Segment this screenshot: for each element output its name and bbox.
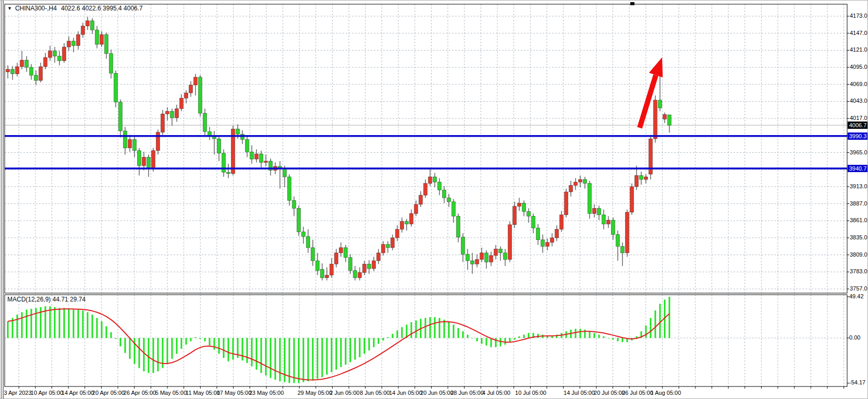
object-anchor-marker[interactable]: [630, 2, 634, 5]
symbol-period-label: CHINA300-,H4: [15, 5, 57, 12]
macd-histogram-bar: [129, 338, 131, 359]
candle-body: [119, 102, 123, 131]
macd-histogram-bar: [134, 338, 136, 364]
candle-body: [602, 215, 606, 224]
macd-histogram-bar: [181, 338, 182, 349]
candle-body: [236, 129, 240, 134]
macd-histogram-bar: [603, 336, 605, 338]
candle-body: [414, 204, 418, 214]
candle-body: [499, 249, 503, 253]
candle-body: [569, 185, 573, 192]
macd-histogram-bar: [401, 327, 403, 338]
chart-title: ▼CHINA300-,H44022.6 4022.6 3995.4 4006.7: [7, 5, 143, 12]
candle-body: [72, 41, 76, 46]
macd-histogram-bar: [613, 338, 614, 340]
candle-body: [593, 208, 596, 213]
candle-body: [583, 179, 587, 184]
macd-histogram-bar: [645, 325, 647, 338]
macd-histogram-bar: [467, 335, 469, 338]
candle-body: [616, 235, 620, 247]
candle-body: [255, 154, 259, 159]
macd-histogram-bar: [139, 338, 140, 368]
macd-histogram-bar: [275, 338, 276, 380]
macd-histogram-bar: [233, 338, 234, 360]
macd-histogram-bar: [364, 338, 365, 354]
candle-body: [386, 245, 390, 248]
chart-canvas[interactable]: [1, 1, 868, 399]
macd-histogram-bar: [96, 318, 98, 338]
candle-body: [128, 139, 132, 148]
candle-body: [527, 212, 531, 216]
candle-body: [447, 198, 451, 202]
candle-body: [504, 253, 507, 260]
candle-body: [227, 172, 230, 174]
macd-histogram-bar: [481, 338, 483, 344]
macd-histogram-bar: [247, 338, 248, 363]
macd-histogram-bar: [622, 338, 624, 342]
macd-histogram-bar: [228, 338, 229, 361]
candle-body: [443, 190, 446, 198]
candle-body: [53, 51, 57, 56]
level-price-tag-2[interactable]: 3940.7: [848, 165, 868, 172]
candle-body: [203, 113, 207, 131]
candle-body: [551, 238, 554, 243]
level-price-tag-1[interactable]: 3990.3: [848, 132, 868, 140]
macd-histogram-bar: [78, 310, 79, 338]
candle-body: [597, 208, 601, 215]
candle-body: [170, 111, 174, 118]
ohlc-values-label: 4022.6 4022.6 3995.4 4006.7: [61, 5, 143, 12]
macd-signal-line: [8, 309, 669, 380]
candle-body: [475, 259, 479, 264]
macd-axis-zero: 0.00: [849, 334, 860, 341]
macd-histogram-bar: [143, 338, 145, 371]
candle-body: [588, 184, 592, 214]
macd-histogram-bar: [204, 338, 206, 341]
candle-body: [565, 192, 568, 215]
candle-body: [532, 216, 535, 228]
candle-body: [410, 213, 413, 224]
macd-histogram-bar: [157, 338, 159, 371]
candle-body: [100, 34, 104, 44]
candle-body: [377, 253, 381, 261]
macd-histogram-bar: [434, 317, 436, 338]
candle-body: [39, 67, 43, 80]
candle-body: [311, 248, 315, 261]
macd-histogram-bar: [453, 324, 455, 338]
macd-histogram-bar: [598, 335, 600, 338]
price-axis-label: 3913.0: [850, 183, 867, 189]
macd-histogram-bar: [200, 338, 201, 339]
candle-body: [58, 56, 62, 61]
candle-body: [25, 60, 29, 67]
candle-body: [109, 54, 113, 74]
macd-histogram-bar: [500, 338, 502, 346]
candle-body: [67, 41, 71, 47]
time-axis-label: 10 Jul 05:00: [510, 390, 552, 396]
macd-histogram-bar: [322, 338, 323, 377]
candle-body: [44, 57, 47, 67]
macd-histogram-bar: [519, 336, 520, 338]
candle-body: [288, 177, 291, 200]
macd-histogram-bar: [172, 338, 173, 359]
candle-body: [325, 275, 329, 278]
candle-body: [321, 269, 324, 277]
candle-body: [297, 208, 301, 232]
macd-histogram-bar: [35, 308, 37, 338]
macd-histogram-bar: [298, 338, 300, 383]
candle-body: [349, 258, 352, 271]
macd-indicator-label: MACD(12,26,9) 44.71 29.74: [7, 296, 85, 303]
candle-body: [668, 115, 671, 125]
macd-histogram-bar: [195, 337, 197, 338]
macd-histogram-bar: [392, 334, 394, 338]
macd-values: 44.71 29.74: [53, 296, 85, 303]
candle-body: [147, 157, 151, 167]
candle-body: [156, 132, 160, 151]
candle-body: [95, 30, 99, 44]
price-axis-label: 3887.0: [850, 200, 867, 207]
candle-body: [335, 253, 338, 264]
price-axis-label: 4017.0: [850, 115, 867, 121]
macd-name: MACD(12,26,9): [7, 296, 51, 303]
candle-body: [217, 139, 221, 153]
macd-histogram-bar: [101, 321, 103, 338]
candle-body: [452, 202, 456, 216]
chart-dropdown-icon[interactable]: ▼: [7, 6, 12, 11]
